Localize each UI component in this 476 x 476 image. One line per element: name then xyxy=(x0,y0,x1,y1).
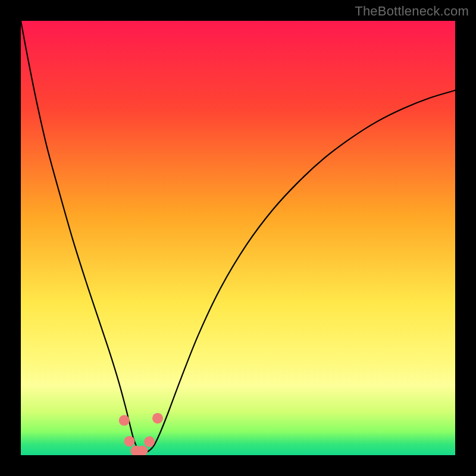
marker-dot xyxy=(152,413,163,424)
marker-dot xyxy=(119,415,130,426)
gradient-background xyxy=(21,21,455,455)
watermark-text: TheBottleneck.com xyxy=(355,4,469,19)
marker-dot xyxy=(144,436,155,447)
chart-frame: TheBottleneck.com xyxy=(0,0,476,476)
marker-dot xyxy=(124,436,135,447)
chart-svg xyxy=(21,21,455,455)
plot-area xyxy=(21,21,455,455)
